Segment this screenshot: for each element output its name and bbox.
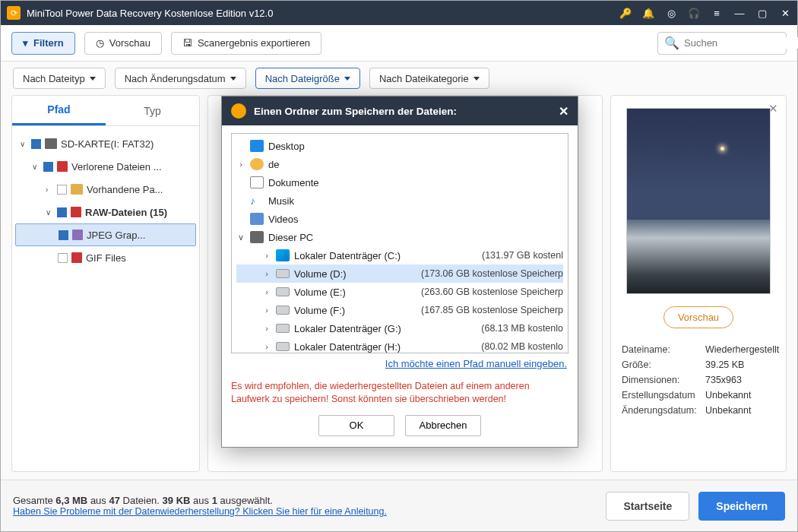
tree-jpeg[interactable]: JPEG Grap... xyxy=(15,223,196,246)
menu-icon[interactable]: ≡ xyxy=(711,7,723,19)
drive-info: (80.02 MB kostenlo xyxy=(481,341,563,352)
left-tabs: Pfad Typ xyxy=(12,96,199,126)
meta-created-label: Erstellungsdatum xyxy=(622,390,705,401)
tree-raw[interactable]: ∨RAW-Dateien (15) xyxy=(15,201,196,223)
drive-row[interactable]: ›Lokaler Datenträger (G:)(68.13 MB koste… xyxy=(236,319,563,337)
meta-modified-value: Unbekannt xyxy=(705,405,775,416)
titlebar-icons: 🔑 🔔 ◎ 🎧 ≡ — ▢ ✕ xyxy=(619,7,791,19)
file-metadata: Dateiname:Wiederhergestellt Größe:39.25 … xyxy=(619,342,778,418)
drive-info: (263.60 GB kostenlose Speicherp xyxy=(421,287,563,297)
toolbar: ▾ Filtern ◷ Vorschau 🖫 Scanergebnis expo… xyxy=(1,25,797,62)
filter-by-size[interactable]: Nach Dateigröße xyxy=(255,68,360,89)
filter-by-date[interactable]: Nach Änderungsdatum xyxy=(115,68,246,89)
app-logo-icon: ⟳ xyxy=(7,6,21,20)
dialog-title: Einen Ordner zum Speichern der Dateien: xyxy=(254,106,559,117)
preview-panel: ✕ Vorschau Dateiname:Wiederhergestellt G… xyxy=(610,95,787,472)
funnel-icon: ▾ xyxy=(23,37,28,49)
drive-row[interactable]: ›Volume (E:)(263.60 GB kostenlose Speich… xyxy=(236,283,563,301)
drive-row[interactable]: ›Volume (F:)(167.85 GB kostenlose Speich… xyxy=(236,301,563,319)
minimize-icon[interactable]: — xyxy=(733,7,746,19)
upgrade-key-icon[interactable]: 🔑 xyxy=(619,7,632,19)
search-input[interactable] xyxy=(684,37,798,49)
manual-path-link[interactable]: Ich möchte einen Pfad manuell eingeben. xyxy=(385,358,567,369)
meta-created-value: Unbekannt xyxy=(705,390,775,401)
save-folder-dialog: Einen Ordner zum Speichern der Dateien: … xyxy=(221,96,578,448)
folder-documents[interactable]: Dokumente xyxy=(236,173,563,192)
folder-videos[interactable]: Videos xyxy=(236,210,563,228)
chevron-down-icon xyxy=(90,77,96,81)
tree-lost-files[interactable]: ∨Verlorene Dateien ... xyxy=(15,155,196,178)
tree-root[interactable]: ∨SD-KARTE(I: FAT32) xyxy=(15,132,196,155)
tree-gif[interactable]: GIF Files xyxy=(15,246,196,269)
save-button[interactable]: Speichern xyxy=(698,492,785,521)
drive-label: Volume (F:) xyxy=(294,305,345,316)
filter-row: Nach Dateityp Nach Änderungsdatum Nach D… xyxy=(1,62,797,95)
drive-icon xyxy=(276,269,290,278)
drive-label: Volume (E:) xyxy=(294,287,346,298)
filter-button[interactable]: ▾ Filtern xyxy=(11,32,75,55)
help-link[interactable]: Haben Sie Probleme mit der Datenwiederhe… xyxy=(13,506,606,517)
folder-tree[interactable]: Desktop ›de Dokumente Musik Videos ∨Dies… xyxy=(231,133,568,353)
meta-filename-value: Wiederhergestellt xyxy=(705,344,779,355)
cancel-button[interactable]: Abbrechen xyxy=(405,415,481,436)
bell-icon[interactable]: 🔔 xyxy=(642,7,654,19)
filter-by-type[interactable]: Nach Dateityp xyxy=(13,68,106,89)
dialog-logo-icon xyxy=(231,103,246,119)
chevron-down-icon xyxy=(230,77,236,81)
drive-info: (68.13 MB kostenlo xyxy=(481,323,563,334)
meta-filename-label: Dateiname: xyxy=(622,344,705,355)
close-icon[interactable]: ✕ xyxy=(779,7,791,19)
tab-path[interactable]: Pfad xyxy=(12,96,106,125)
drive-row[interactable]: ›Lokaler Datenträger (H:)(80.02 MB koste… xyxy=(236,337,563,353)
headphones-icon[interactable]: 🎧 xyxy=(688,7,700,19)
drive-icon xyxy=(276,306,290,315)
export-icon: 🖫 xyxy=(182,37,192,49)
chevron-down-icon xyxy=(473,77,480,81)
maximize-icon[interactable]: ▢ xyxy=(756,7,768,19)
export-button[interactable]: 🖫 Scanergebnis exportieren xyxy=(171,32,321,55)
file-tree: ∨SD-KARTE(I: FAT32) ∨Verlorene Dateien .… xyxy=(12,126,199,471)
tab-type[interactable]: Typ xyxy=(106,96,199,125)
dialog-body: Desktop ›de Dokumente Musik Videos ∨Dies… xyxy=(222,125,578,375)
folder-desktop[interactable]: Desktop xyxy=(236,137,563,155)
folder-thispc[interactable]: ∨Dieser PC xyxy=(236,228,563,246)
meta-dim-label: Dimensionen: xyxy=(622,375,705,385)
filter-by-category[interactable]: Nach Dateikategorie xyxy=(369,68,489,89)
drive-icon xyxy=(276,249,290,261)
dialog-warning: Es wird empfohlen, die wiederhergestellt… xyxy=(222,375,578,412)
meta-size-label: Größe: xyxy=(622,359,705,370)
tree-existing[interactable]: ›Vorhandene Pa... xyxy=(15,178,196,201)
folder-user[interactable]: ›de xyxy=(236,155,563,173)
eye-icon: ◷ xyxy=(96,37,104,49)
meta-dim-value: 735x963 xyxy=(705,375,775,385)
footer: Gesamte 6,3 MB aus 47 Dateien. 39 KB aus… xyxy=(1,480,797,531)
drive-label: Lokaler Datenträger (C:) xyxy=(294,250,401,261)
dialog-header: Einen Ordner zum Speichern der Dateien: … xyxy=(222,97,578,125)
drive-info: (131.97 GB kostenl xyxy=(482,250,563,261)
drive-row[interactable]: ›Lokaler Datenträger (C:)(131.97 GB kost… xyxy=(236,246,563,264)
drive-label: Lokaler Datenträger (G:) xyxy=(294,323,401,334)
dialog-close-icon[interactable]: ✕ xyxy=(559,104,568,119)
folder-music[interactable]: Musik xyxy=(236,192,563,210)
drive-label: Volume (D:) xyxy=(294,268,347,280)
titlebar: ⟳ MiniTool Power Data Recovery Kostenlos… xyxy=(1,1,797,25)
home-button[interactable]: Startseite xyxy=(606,492,689,521)
app-window: ⟳ MiniTool Power Data Recovery Kostenlos… xyxy=(0,0,798,532)
disc-icon[interactable]: ◎ xyxy=(665,7,677,19)
preview-toolbar-button[interactable]: ◷ Vorschau xyxy=(84,32,162,55)
drive-icon xyxy=(276,342,290,351)
preview-button[interactable]: Vorschau xyxy=(663,306,733,328)
meta-modified-label: Änderungsdatum: xyxy=(622,405,705,416)
drive-info: (173.06 GB kostenlose Speicherp xyxy=(421,268,563,279)
dialog-actions: OK Abbrechen xyxy=(222,412,578,447)
search-icon: 🔍 xyxy=(664,36,679,50)
left-panel: Pfad Typ ∨SD-KARTE(I: FAT32) ∨Verlorene … xyxy=(11,95,200,472)
drive-icon xyxy=(276,324,290,333)
search-box[interactable]: 🔍 xyxy=(657,32,787,55)
ok-button[interactable]: OK xyxy=(318,415,394,436)
chevron-down-icon xyxy=(344,77,350,81)
drive-info: (167.85 GB kostenlose Speicherp xyxy=(421,305,563,315)
moon-icon xyxy=(720,147,724,150)
footer-stats: Gesamte 6,3 MB aus 47 Dateien. 39 KB aus… xyxy=(13,495,606,517)
drive-row[interactable]: ›Volume (D:)(173.06 GB kostenlose Speich… xyxy=(236,264,563,283)
